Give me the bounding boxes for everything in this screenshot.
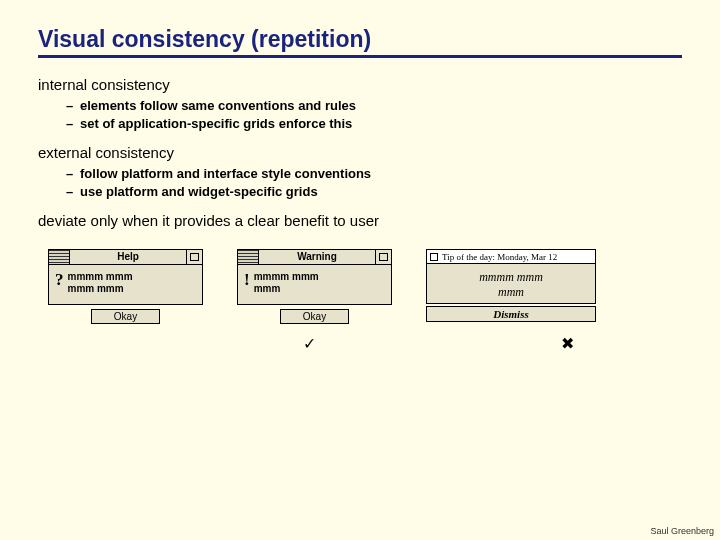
okay-button[interactable]: Okay [280,309,349,324]
bullet-group-2: –follow platform and interface style con… [66,165,682,200]
dialog-title: Tip of the day: Monday, Mar 12 [442,252,557,262]
exclamation-icon: ! [244,271,250,288]
grip-icon [48,249,70,265]
grip-icon [237,249,259,265]
dialog-row: Help ? mmmm mmm mmm mmm Okay Warning [48,249,682,324]
dialog-tip: Tip of the day: Monday, Mar 12 mmmm mmm … [426,249,596,322]
minimize-icon[interactable] [376,249,392,265]
box-icon[interactable] [430,253,438,261]
slide: Visual consistency (repetition) internal… [0,0,720,353]
dialog-body: ? mmmm mmm mmm mmm [48,265,203,305]
dialog-message: mmmm mmm mmm [254,271,319,295]
msg-line: mmm [254,283,319,295]
dialog-titlebar: Tip of the day: Monday, Mar 12 [426,249,596,264]
footer-credit: Saul Greenberg [650,526,714,536]
dialog-titlebar: Warning [237,249,392,265]
slide-title: Visual consistency (repetition) [38,26,682,58]
bullet-item: –set of application-specific grids enfor… [66,115,682,133]
dash-icon: – [66,183,80,201]
bullet-group-1: –elements follow same conventions and ru… [66,97,682,132]
question-icon: ? [55,271,64,288]
cross-icon: ✖ [561,334,574,353]
msg-line: mmmm mmm [431,270,591,284]
mark-row: ✓ ✖ [38,334,682,353]
button-row: Okay [48,309,203,324]
dialog-title: Help [70,249,187,265]
msg-line: mmm mmm [68,283,133,295]
dialog-titlebar: Help [48,249,203,265]
dialog-body: mmmm mmm mmm [426,264,596,304]
bullet-item: –use platform and widget-specific grids [66,183,682,201]
dialog-message: mmmm mmm mmm mmm [68,271,133,295]
bullet-item: –follow platform and interface style con… [66,165,682,183]
msg-line: mmmm mmm [68,271,133,283]
dash-icon: – [66,115,80,133]
bullet-item: –elements follow same conventions and ru… [66,97,682,115]
dash-icon: – [66,165,80,183]
dismiss-button[interactable]: Dismiss [426,306,596,322]
section-head-2: external consistency [38,144,682,161]
bullet-text: elements follow same conventions and rul… [80,97,356,115]
msg-line: mmmm mmm [254,271,319,283]
okay-button[interactable]: Okay [91,309,160,324]
dialog-title: Warning [259,249,376,265]
dialog-help: Help ? mmmm mmm mmm mmm Okay [48,249,203,324]
check-icon: ✓ [303,334,316,353]
msg-line: mmm [431,285,591,299]
bullet-text: set of application-specific grids enforc… [80,115,352,133]
dialog-body: ! mmmm mmm mmm [237,265,392,305]
bullet-text: use platform and widget-specific grids [80,183,318,201]
dash-icon: – [66,97,80,115]
section-head-1: internal consistency [38,76,682,93]
final-statement: deviate only when it provides a clear be… [38,212,682,229]
minimize-icon[interactable] [187,249,203,265]
button-row: Okay [237,309,392,324]
bullet-text: follow platform and interface style conv… [80,165,371,183]
dialog-warning: Warning ! mmmm mmm mmm Okay [237,249,392,324]
